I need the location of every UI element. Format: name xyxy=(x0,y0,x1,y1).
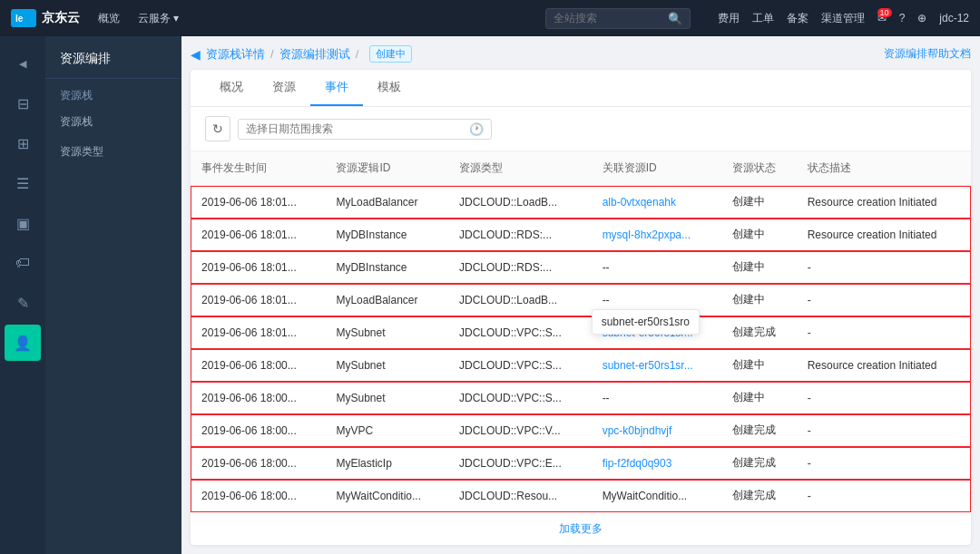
tab-bar: 概况 资源 事件 模板 xyxy=(191,70,971,107)
cell-status: 创建中 xyxy=(721,349,797,382)
sidebar-link-resource-types[interactable]: 资源类型 xyxy=(45,137,181,167)
cell-time: 2019-06-06 18:01... xyxy=(191,186,325,219)
events-table-wrap: 事件发生时间 资源逻辑ID 资源类型 关联资源ID 资源状态 状态描述 2019… xyxy=(191,151,971,545)
cell-status: 创建完成 xyxy=(721,480,797,512)
cell-status: 创建中 xyxy=(721,382,797,414)
cell-rel-id[interactable]: fip-f2fdq0q903 xyxy=(592,447,721,480)
left-sidebar: ◀ ⊟ ⊞ ☰ ▣ 🏷 ✎ 👤 xyxy=(0,36,45,554)
search-icon[interactable]: 🔍 xyxy=(668,12,682,25)
sidebar-title: 资源编排 xyxy=(45,36,181,79)
cell-rel-id[interactable]: alb-0vtxqenahk xyxy=(592,186,721,219)
second-sidebar: 资源编排 资源栈 资源栈 资源类型 xyxy=(45,36,181,554)
cell-time: 2019-06-06 18:01... xyxy=(191,284,325,316)
cell-rel-id[interactable]: mysql-8hx2pxpa... xyxy=(592,219,721,251)
nav-channel[interactable]: 渠道管理 xyxy=(821,11,865,26)
col-status: 资源状态 xyxy=(721,151,797,186)
nav-overview[interactable]: 概览 xyxy=(98,11,120,26)
cell-desc: - xyxy=(797,316,971,349)
cell-res-type: JDCLOUD::LoadB... xyxy=(448,284,592,316)
cell-rel-id: -- xyxy=(592,251,721,284)
cell-time: 2019-06-06 18:00... xyxy=(191,480,325,512)
status-badge: 创建中 xyxy=(369,45,412,63)
nav-fee[interactable]: 费用 xyxy=(718,11,740,26)
cell-logic-id: MyDBInstance xyxy=(325,219,448,251)
cell-time: 2019-06-06 18:00... xyxy=(191,382,325,414)
cell-status: 创建中 xyxy=(721,251,797,284)
sidebar-collapse-btn[interactable]: ◀ xyxy=(5,45,41,82)
event-search-input[interactable] xyxy=(246,122,464,135)
help-link[interactable]: 资源编排帮助文档 xyxy=(884,46,971,62)
table-row: 2019-06-06 18:01...MySubnetJDCLOUD::VPC:… xyxy=(191,316,971,349)
filter-icon[interactable]: 🕐 xyxy=(469,122,484,136)
search-input[interactable] xyxy=(554,12,662,24)
sidebar-icon-home[interactable]: ⊟ xyxy=(5,85,41,121)
cell-desc: - xyxy=(797,284,971,316)
cell-rel-id: MyWaitConditio... xyxy=(592,480,721,512)
back-arrow[interactable]: ◀ xyxy=(191,47,201,62)
cell-res-type: JDCLOUD::LoadB... xyxy=(448,186,592,219)
table-row: 2019-06-06 18:00...MySubnetJDCLOUD::VPC:… xyxy=(191,382,971,414)
cell-desc: - xyxy=(797,382,971,414)
tab-events[interactable]: 事件 xyxy=(310,70,363,106)
global-search: 🔍 xyxy=(545,8,691,29)
white-card: 概况 资源 事件 模板 ↻ 🕐 事件发生时间 xyxy=(191,70,971,545)
notification-icon[interactable]: ✉ 10 xyxy=(877,12,887,24)
cell-desc: Resource creation Initiated xyxy=(797,186,971,219)
cell-res-type: JDCLOUD::RDS:... xyxy=(448,251,592,284)
cell-status: 创建中 xyxy=(721,186,797,219)
cell-logic-id: MySubnet xyxy=(325,316,448,349)
sidebar-icon-monitor[interactable]: ▣ xyxy=(5,205,41,241)
toolbar: ↻ 🕐 xyxy=(191,107,971,151)
cell-logic-id: MyElasticIp xyxy=(325,447,448,480)
col-desc: 状态描述 xyxy=(797,151,971,186)
cell-res-type: JDCLOUD::VPC::S... xyxy=(448,382,592,414)
cell-desc: - xyxy=(797,447,971,480)
table-header-row: 事件发生时间 资源逻辑ID 资源类型 关联资源ID 资源状态 状态描述 xyxy=(191,151,971,186)
col-rel-id: 关联资源ID xyxy=(592,151,721,186)
cell-status: 创建中 xyxy=(721,284,797,316)
sidebar-icon-layers[interactable]: ☰ xyxy=(5,165,41,201)
sidebar-link-resources[interactable]: 资源栈 xyxy=(45,107,181,137)
breadcrumb-stack-detail[interactable]: 资源栈详情 xyxy=(206,46,265,63)
sidebar-icon-grid[interactable]: ⊞ xyxy=(5,125,41,161)
table-row: 2019-06-06 18:01...MyDBInstanceJDCLOUD::… xyxy=(191,219,971,251)
settings-icon[interactable]: ⊕ xyxy=(917,12,926,24)
table-row: 2019-06-06 18:01...MyLoadBalancerJDCLOUD… xyxy=(191,284,971,316)
nav-backup[interactable]: 备案 xyxy=(787,11,808,26)
cell-desc: Resource creation Initiated xyxy=(797,219,971,251)
breadcrumb-sep1: / xyxy=(270,47,274,61)
cell-rel-id: --subnet-er50rs1sro xyxy=(592,284,721,316)
table-row: 2019-06-06 18:01...MyLoadBalancerJDCLOUD… xyxy=(191,186,971,219)
load-more-btn[interactable]: 加载更多 xyxy=(191,512,971,545)
col-time: 事件发生时间 xyxy=(191,151,325,186)
cell-time: 2019-06-06 18:00... xyxy=(191,414,325,447)
sidebar-icon-person[interactable]: 👤 xyxy=(5,325,41,361)
nav-cloud-services[interactable]: 云服务 ▾ xyxy=(138,11,179,26)
cell-desc: - xyxy=(797,480,971,512)
nav-ticket[interactable]: 工单 xyxy=(752,11,774,26)
cell-rel-id[interactable]: subnet-er50rs1sr... xyxy=(592,349,721,382)
cell-res-type: JDCLOUD::Resou... xyxy=(448,480,592,512)
cell-res-type: JDCLOUD::VPC::S... xyxy=(448,349,592,382)
sidebar-icon-tag[interactable]: 🏷 xyxy=(5,245,41,281)
cell-res-type: JDCLOUD::RDS:... xyxy=(448,219,592,251)
sidebar-icon-edit[interactable]: ✎ xyxy=(5,285,41,321)
tab-resources[interactable]: 资源 xyxy=(258,70,310,106)
cell-logic-id: MyDBInstance xyxy=(325,251,448,284)
cell-logic-id: MyVPC xyxy=(325,414,448,447)
tab-template[interactable]: 模板 xyxy=(363,70,416,106)
user-info[interactable]: jdc-12 xyxy=(939,12,969,24)
events-table: 事件发生时间 资源逻辑ID 资源类型 关联资源ID 资源状态 状态描述 2019… xyxy=(191,151,971,512)
table-row: 2019-06-06 18:00...MyVPCJDCLOUD::VPC::V.… xyxy=(191,414,971,447)
sidebar-section-label: 资源栈 xyxy=(45,79,181,107)
refresh-button[interactable]: ↻ xyxy=(205,116,230,141)
cell-time: 2019-06-06 18:00... xyxy=(191,447,325,480)
top-nav: Ie 京东云 概览 云服务 ▾ 🔍 费用 工单 备案 渠道管理 ✉ 10 ? ⊕… xyxy=(0,0,980,36)
breadcrumb-stack-name[interactable]: 资源编排测试 xyxy=(279,46,350,63)
cell-rel-id[interactable]: vpc-k0bjndhvjf xyxy=(592,414,721,447)
tab-overview[interactable]: 概况 xyxy=(205,70,258,106)
main-layout: ◀ ⊟ ⊞ ☰ ▣ 🏷 ✎ 👤 资源编排 资源栈 资源栈 资源类型 ◀ 资源栈详… xyxy=(0,36,980,554)
content-area: ◀ 资源栈详情 / 资源编排测试 / 创建中 资源编排帮助文档 概况 资源 事件… xyxy=(181,36,980,554)
help-icon[interactable]: ? xyxy=(899,12,906,24)
cell-rel-id: -- xyxy=(592,382,721,414)
